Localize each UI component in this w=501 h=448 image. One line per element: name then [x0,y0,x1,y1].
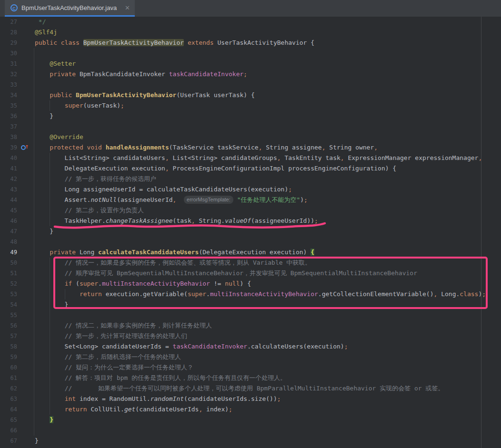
token-st: notNull [90,196,117,203]
token-cmt: // 顺序审批可见 BpmSequentialMultiInstanceBeha… [65,269,417,277]
code-text: Assert.notNull(assigneeUserId, errorMsgT… [35,195,501,205]
code-line[interactable]: 46 TaskHelper.changeTaskAssignee(task, S… [0,216,501,226]
code-line[interactable]: 42 // 第一步，获得任务的候选用户 [0,174,501,184]
code-line[interactable]: 27 */ [0,17,501,27]
code-line[interactable]: 49 private Long calculateTaskCandidateUs… [0,247,501,258]
token-ann: @Slf4j [35,29,57,36]
tab-bpm-user-task-activity-behavior[interactable]: C BpmUserTaskActivityBehavior.java ✕ [5,0,135,17]
code-text: return CollUtil.get(candidateUserIds, in… [35,404,501,415]
token-p: CollUtil. [87,406,124,413]
code-line[interactable]: 35 super(userTask); [0,100,501,111]
code-line[interactable]: 54 } [0,299,501,310]
line-number: 67 [0,436,17,446]
code-text: */ [35,17,501,27]
close-icon[interactable]: ✕ [125,4,130,11]
token-kw: if [65,280,72,287]
code-line[interactable]: 62 // 如果希望一个任务可以同时被多个人处理，可以考虑使用 BpmParal… [0,383,501,394]
code-line[interactable]: 50 // 情况一，如果是多实例的任务，例如说会签、或签等情况，则从 Varia… [0,258,501,268]
overrides-method-icon[interactable] [21,145,26,150]
code-line[interactable]: 45 // 第二步，设置作为负责人 [0,205,501,216]
token-p: String. [195,217,225,224]
code-line[interactable]: 65 } [0,415,501,425]
code-line[interactable]: 58 Set<Long> candidateUserIds = taskCand… [0,341,501,352]
token-cmt: // 情况二，如果非多实例的任务，则计算任务处理人 [65,322,212,329]
code-text: public class BpmUserTaskActivityBehavior… [35,38,501,48]
token-p: ( [72,280,80,287]
code-line[interactable]: 55 [0,310,501,320]
gutter [17,404,35,415]
gutter [17,38,35,48]
token-brace: } [50,416,53,423]
token-kw: , [322,144,326,151]
token-cmt: // 解答：项目对 bpm 的任务是责任到人，所以每个任务有且仅有一个处理人。 [65,374,287,381]
code-line[interactable]: 51 // 顺序审批可见 BpmSequentialMultiInstanceB… [0,268,501,279]
indent-guide [65,289,65,299]
token-kw: int [65,395,76,402]
code-text: // 顺序审批可见 BpmSequentialMultiInstanceBeha… [35,268,501,279]
java-class-icon: C [10,4,18,11]
parameter-hint: errorMsgTemplate: [184,196,233,204]
code-line[interactable]: 30 [0,48,501,59]
line-number: 52 [0,279,17,289]
code-line[interactable]: 39 protected void handleAssignments(Task… [0,142,501,153]
code-text: @Override [35,132,501,142]
code-line[interactable]: 48 [0,237,501,247]
gutter [17,100,35,111]
token-kw: , [478,154,482,161]
code-line[interactable]: 67} [0,436,501,446]
token-p [72,91,76,99]
token-p: DelegateExecution execution [35,165,165,172]
code-line[interactable]: 59 // 第二步，后随机选择一个任务的处理人 [0,352,501,362]
code-line[interactable]: 34 public BpmUserTaskActivityBehavior(Us… [0,90,501,100]
code-line[interactable]: 31 @Setter [0,59,501,69]
line-number: 49 [0,247,17,258]
line-number: 62 [0,383,17,394]
code-line[interactable]: 47 } [0,226,501,237]
line-number: 27 [0,17,17,27]
code-line[interactable]: 56 // 情况二，如果非多实例的任务，则计算任务处理人 [0,320,501,331]
code-line[interactable]: 37 [0,121,501,132]
token-p [35,70,50,78]
token-doc: */ [35,18,46,25]
code-line[interactable]: 38 @Override [0,132,501,142]
code-line[interactable]: 41 DelegateExecution execution, ProcessE… [0,163,501,174]
token-p: index) [202,406,229,413]
code-line[interactable]: 60 // 疑问：为什么一定要选择一个任务处理人？ [0,362,501,373]
token-cmt: // 第一步，获得任务的候选用户 [65,175,156,182]
code-line[interactable]: 44 Assert.notNull(assigneeUserId, errorM… [0,195,501,205]
token-st: valueOf [225,217,251,224]
token-kw: , [191,217,195,224]
line-number: 58 [0,341,17,352]
code-text: } [35,299,501,310]
code-line[interactable]: 43 Long assigneeUserId = calculateTaskCa… [0,184,501,195]
token-st: get [124,406,135,413]
gutter [17,80,35,90]
code-line[interactable]: 36 } [0,111,501,121]
code-line[interactable]: 63 int index = RandomUtil.randomInt(cand… [0,394,501,404]
code-line[interactable]: 33 [0,80,501,90]
code-line[interactable]: 64 return CollUtil.get(candidateUserIds,… [0,404,501,415]
code-editor[interactable]: 27 */28@Slf4j29public class BpmUserTaskA… [0,17,501,448]
gutter [17,205,35,216]
code-line[interactable]: 40 List<String> candidateUsers, List<Str… [0,153,501,163]
code-line[interactable]: 66 [0,425,501,436]
code-line[interactable]: 28@Slf4j [0,27,501,38]
gutter [17,90,35,100]
token-kw: super [65,102,83,109]
code-line[interactable]: 52 if (super.multiInstanceActivityBehavi… [0,279,501,289]
token-decl: BpmUserTaskActivityBehavior [76,91,176,99]
code-line[interactable]: 57 // 第一步，先计算可处理该任务的处理人们 [0,331,501,341]
code-line[interactable]: 29public class BpmUserTaskActivityBehavi… [0,38,501,48]
token-kw: ; [314,217,318,224]
line-number: 47 [0,226,17,237]
token-decl: calculateTaskCandidateUsers [98,249,199,256]
token-p [35,91,50,99]
token-p [80,39,83,46]
code-line[interactable]: 53 return execution.getVariable(super.mu… [0,289,501,299]
code-line[interactable]: 61 // 解答：项目对 bpm 的任务是责任到人，所以每个任务有且仅有一个处理… [0,373,501,383]
token-kw: ; [344,343,348,350]
token-ihl: BpmUserTaskActivityBehavior [83,39,184,46]
code-text [35,310,501,320]
gutter [17,195,35,205]
code-line[interactable]: 32 private BpmTaskCandidateInvoker taskC… [0,69,501,80]
